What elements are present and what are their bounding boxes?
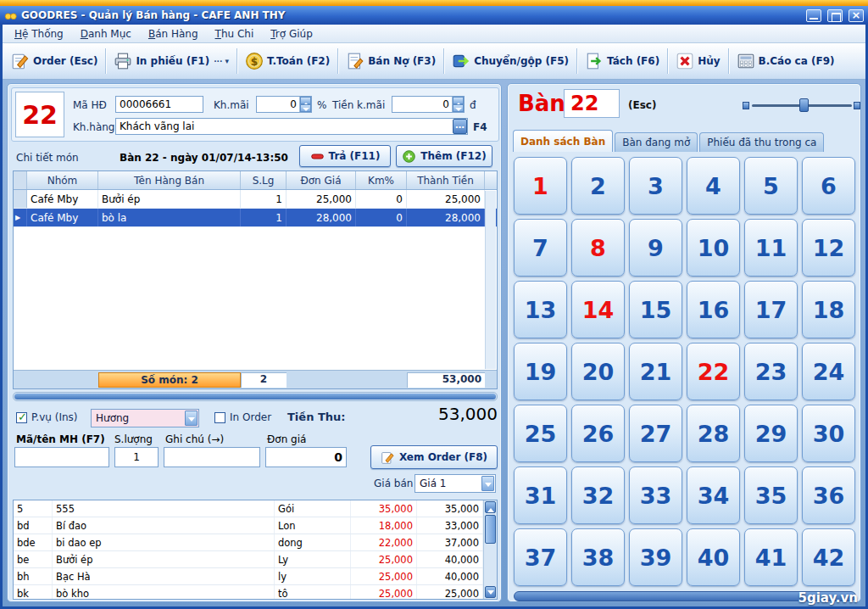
tab-1[interactable]: Bàn đang mở bbox=[615, 132, 698, 152]
xem-order-button[interactable]: Xem Order (F8) bbox=[370, 445, 498, 469]
table-button-5[interactable]: 5 bbox=[744, 157, 798, 215]
product-row[interactable]: bhBạc Hàly25,00040,000 bbox=[14, 568, 497, 585]
table-button-10[interactable]: 10 bbox=[687, 219, 740, 277]
order-button[interactable]: Order (Esc) bbox=[6, 49, 103, 73]
toolbar-button-dropdown[interactable]: ··· ▾ bbox=[214, 57, 229, 65]
table-button-29[interactable]: 29 bbox=[744, 405, 798, 462]
pvu-checkbox[interactable] bbox=[16, 412, 27, 423]
table-button-42[interactable]: 42 bbox=[802, 528, 855, 586]
chevron-down-icon[interactable] bbox=[185, 411, 198, 426]
menu-item[interactable]: Hệ Thống bbox=[6, 25, 72, 42]
table-button-27[interactable]: 27 bbox=[629, 405, 682, 462]
table-button-33[interactable]: 33 bbox=[629, 467, 682, 524]
customer-lookup-button[interactable]: … bbox=[453, 119, 467, 134]
menu-item[interactable]: Thu Chi bbox=[207, 25, 263, 42]
table-button-38[interactable]: 38 bbox=[571, 528, 625, 586]
table-button-13[interactable]: 13 bbox=[514, 281, 567, 338]
staff-combo[interactable]: Hương bbox=[91, 409, 199, 427]
table-button-23[interactable]: 23 bbox=[744, 343, 798, 400]
order-grid-column-header[interactable]: Tên Hàng Bán bbox=[98, 171, 241, 189]
table-button-17[interactable]: 17 bbox=[744, 281, 798, 338]
zoom-slider-thumb[interactable] bbox=[799, 98, 809, 112]
product-row[interactable]: bdebi dao epdong22,00037,000 bbox=[14, 534, 497, 551]
payment-button[interactable]: $T.Toán (F2) bbox=[240, 49, 335, 73]
hscroll-thumb[interactable] bbox=[14, 394, 496, 399]
table-button-9[interactable]: 9 bbox=[629, 219, 682, 277]
scroll-thumb[interactable] bbox=[485, 515, 496, 544]
table-button-15[interactable]: 15 bbox=[629, 281, 682, 338]
sluong-input[interactable] bbox=[114, 447, 159, 467]
ma-ten-input[interactable] bbox=[14, 447, 109, 467]
order-grid-column-header[interactable]: Đơn Giá bbox=[287, 171, 356, 189]
in-order-checkbox[interactable] bbox=[214, 412, 225, 423]
table-button-21[interactable]: 21 bbox=[629, 343, 682, 400]
table-button-30[interactable]: 30 bbox=[802, 405, 855, 462]
cancel-button[interactable]: Hủy bbox=[670, 49, 725, 73]
product-scrollbar[interactable] bbox=[483, 500, 497, 599]
order-grid-row[interactable]: ▶Café Mbybò la128,000028,000 bbox=[14, 209, 497, 227]
slider-right-cap[interactable] bbox=[854, 102, 860, 109]
don-gia-input[interactable] bbox=[265, 447, 347, 467]
kh-hang-input[interactable] bbox=[115, 118, 468, 135]
spinner-up-icon[interactable] bbox=[300, 97, 311, 104]
menu-item[interactable]: Danh Mục bbox=[72, 25, 140, 42]
tra-button[interactable]: Trả (F11) bbox=[299, 145, 391, 167]
table-button-22[interactable]: 22 bbox=[687, 343, 740, 400]
spinner-down-icon[interactable] bbox=[300, 104, 311, 112]
table-button-12[interactable]: 12 bbox=[802, 219, 855, 277]
product-row[interactable]: bdBí đaoLon18,00033,000 bbox=[14, 517, 497, 534]
kh-mai-spinner[interactable]: 0 bbox=[256, 96, 312, 113]
table-button-20[interactable]: 20 bbox=[571, 343, 625, 400]
close-button[interactable] bbox=[849, 9, 864, 22]
tien-kmai-spinner[interactable]: 0 bbox=[392, 96, 465, 113]
table-button-26[interactable]: 26 bbox=[571, 405, 625, 462]
gia-ban-combo[interactable]: Giá 1 bbox=[415, 474, 496, 493]
menu-item[interactable]: Trợ Giúp bbox=[262, 25, 321, 42]
table-button-6[interactable]: 6 bbox=[802, 157, 855, 215]
ma-hd-input[interactable] bbox=[115, 96, 203, 113]
table-button-7[interactable]: 7 bbox=[514, 219, 567, 277]
spinner-up-icon[interactable] bbox=[453, 97, 464, 104]
table-button-37[interactable]: 37 bbox=[514, 528, 567, 586]
table-button-40[interactable]: 40 bbox=[687, 528, 740, 586]
slider-left-cap[interactable] bbox=[743, 102, 749, 109]
menu-item[interactable]: Bán Hàng bbox=[140, 25, 207, 42]
table-button-41[interactable]: 41 bbox=[744, 528, 798, 586]
table-button-18[interactable]: 18 bbox=[802, 281, 855, 338]
product-row[interactable]: 5555Gói35,00035,000 bbox=[14, 500, 497, 517]
table-button-14[interactable]: 14 bbox=[571, 281, 625, 338]
them-button[interactable]: Thêm (F12) bbox=[396, 145, 492, 167]
ghi-chu-input[interactable] bbox=[164, 447, 260, 467]
debt-sale-button[interactable]: Bán Nợ (F3) bbox=[341, 49, 441, 73]
product-row[interactable]: beBưởi épLy25,00040,000 bbox=[14, 551, 497, 568]
table-button-39[interactable]: 39 bbox=[629, 528, 682, 586]
order-grid-row[interactable]: Café MbyBưởi ép125,000025,000 bbox=[14, 190, 497, 209]
chevron-down-icon[interactable] bbox=[481, 476, 494, 491]
table-button-28[interactable]: 28 bbox=[687, 405, 740, 462]
table-button-1[interactable]: 1 bbox=[514, 157, 567, 215]
tab-0[interactable]: Danh sách Bàn bbox=[513, 130, 613, 152]
table-button-16[interactable]: 16 bbox=[687, 281, 740, 338]
order-grid-column-header[interactable]: Thành Tiền bbox=[407, 171, 485, 189]
table-button-31[interactable]: 31 bbox=[514, 467, 567, 524]
table-button-19[interactable]: 19 bbox=[514, 343, 567, 400]
product-row[interactable]: bkbò khotô25,00025,000 bbox=[14, 585, 497, 600]
order-grid-scrollbar[interactable] bbox=[485, 191, 496, 369]
table-button-34[interactable]: 34 bbox=[687, 467, 740, 524]
transfer-merge-button[interactable]: Chuyển/gộp (F5) bbox=[447, 49, 574, 73]
spinner-down-icon[interactable] bbox=[453, 104, 464, 112]
table-button-11[interactable]: 11 bbox=[744, 219, 798, 277]
order-grid-hscrollbar[interactable] bbox=[13, 392, 498, 401]
order-grid-column-header[interactable]: Nhóm bbox=[27, 171, 98, 189]
table-button-3[interactable]: 3 bbox=[629, 157, 682, 215]
table-button-35[interactable]: 35 bbox=[744, 467, 798, 524]
table-button-36[interactable]: 36 bbox=[802, 467, 855, 524]
tab-2[interactable]: Phiếu đã thu trong ca bbox=[699, 132, 824, 152]
table-button-32[interactable]: 32 bbox=[571, 467, 625, 524]
scroll-down-icon[interactable] bbox=[485, 586, 496, 598]
print-receipt-button[interactable]: In phiếu (F1)··· ▾ bbox=[108, 49, 234, 73]
minimize-button[interactable] bbox=[806, 9, 821, 22]
shift-report-button[interactable]: B.Cáo ca (F9) bbox=[732, 49, 840, 73]
table-button-2[interactable]: 2 bbox=[571, 157, 625, 215]
maximize-button[interactable] bbox=[827, 9, 843, 22]
